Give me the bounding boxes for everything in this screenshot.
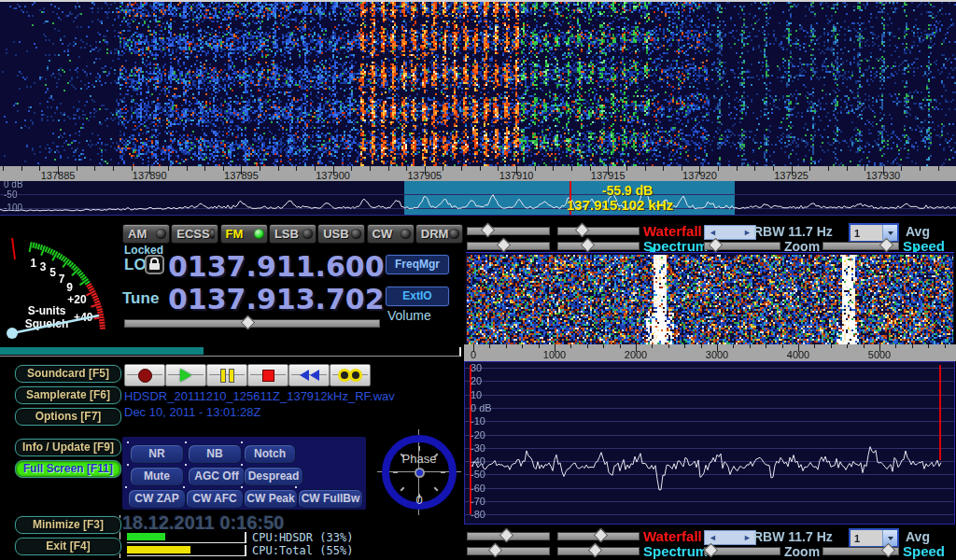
stop-icon (262, 370, 274, 382)
audio-db-label: -60 (471, 483, 485, 494)
left-button-info[interactable]: Info / Update [F9] (15, 439, 121, 456)
dsp-button-notch[interactable]: Notch (244, 444, 296, 464)
freqmgr-button[interactable]: FreqMgr (386, 255, 449, 274)
slider-thumb[interactable] (581, 238, 596, 253)
speed-slider[interactable] (822, 547, 899, 555)
left-button-options[interactable]: Options [F7] (15, 408, 121, 426)
rf-frequency-scale[interactable]: 1378851378901378951379001379051379101379… (0, 166, 956, 181)
left-button-soundcard[interactable]: Soundcard [F5] (15, 365, 121, 383)
rf-spectrum-display[interactable]: 0 dB -50 -100 -55.9 dB 137.915.102 kHz (0, 181, 956, 216)
stop-button[interactable] (247, 364, 288, 386)
dsp-button-cw-peak[interactable]: CW Peak (244, 489, 298, 509)
slider-thumb[interactable] (709, 238, 724, 253)
audio-waterfall-display[interactable] (467, 255, 953, 344)
arrow-left-icon[interactable]: ◄ (709, 534, 717, 542)
speed-slider[interactable] (822, 242, 899, 250)
dsp-button-despread[interactable]: Despread (244, 467, 303, 486)
zoom-slider[interactable] (704, 242, 780, 250)
spectrum-db-label: 0 dB (4, 181, 23, 189)
loop-button[interactable] (330, 364, 371, 386)
slider-thumb[interactable] (575, 223, 590, 238)
record-button[interactable] (124, 364, 165, 386)
brightness-slider[interactable] (467, 532, 550, 540)
contrast-slider[interactable] (557, 532, 640, 540)
spectrum-gain-slider[interactable] (467, 547, 550, 555)
extio-button[interactable]: ExtIO (386, 287, 449, 306)
scale-tick (351, 166, 352, 171)
mode-button-cw[interactable]: CW (367, 224, 415, 244)
phase-tick (418, 446, 420, 451)
frequency-tick-label: 137910 (499, 170, 534, 181)
mode-button-ecss[interactable]: ECSS (171, 224, 218, 244)
left-button-full[interactable]: Full Screen [F11] (15, 460, 121, 478)
scale-tick (587, 344, 588, 348)
mode-button-label: USB (323, 227, 348, 241)
left-button-exit[interactable]: Exit [F4] (15, 538, 121, 555)
slider-thumb[interactable] (588, 543, 603, 558)
lo-frequency-display[interactable]: 0137.911.600 (168, 250, 385, 283)
audio-spectrum-display[interactable]: 3020100 dB-10-20-30-40-50-60-70-80 (464, 361, 955, 525)
arrow-right-icon[interactable]: ► (743, 534, 752, 542)
scale-tick (506, 344, 507, 348)
audio-spectrum-trace (465, 362, 954, 524)
play-button[interactable] (165, 364, 206, 386)
mode-button-label: DRM (421, 227, 449, 241)
scale-tick (912, 344, 913, 348)
rewind-button[interactable] (288, 364, 330, 386)
pause-button[interactable] (206, 364, 247, 386)
waterfall-label: Waterfall (643, 223, 702, 239)
spectrum-range-slider[interactable] (557, 242, 640, 250)
audio-db-label: 20 (471, 375, 482, 386)
avg-dropdown[interactable]: 1 (849, 223, 899, 243)
spectrum-gain-slider[interactable] (467, 242, 550, 250)
waterfall-shift-control[interactable]: ◄► (704, 530, 756, 545)
cpu-total-bar-fill (127, 546, 190, 553)
spectrum-range-slider[interactable] (557, 547, 640, 555)
mode-button-am[interactable]: AM (122, 224, 170, 244)
dsp-button-cw-fullbw[interactable]: CW FullBw (298, 489, 363, 509)
slider-thumb[interactable] (594, 528, 609, 543)
tune-frequency-display[interactable]: 0137.913.702 (168, 283, 385, 315)
avg-dropdown[interactable]: 1 (849, 528, 899, 548)
left-button-minimize[interactable]: Minimize [F3] (15, 516, 121, 534)
slider-thumb[interactable] (497, 238, 512, 253)
mode-button-usb[interactable]: USB (317, 224, 365, 244)
slider-thumb[interactable] (481, 223, 496, 238)
slider-thumb[interactable] (488, 543, 503, 558)
volume-slider-thumb[interactable] (241, 315, 256, 330)
volume-label: Volume (387, 308, 431, 323)
dsp-button-cw-zap[interactable]: CW ZAP (128, 489, 186, 509)
mode-button-drm[interactable]: DRM (415, 224, 463, 244)
dsp-button-nb[interactable]: NB (188, 444, 242, 464)
dsp-button-cw-afc[interactable]: CW AFC (186, 489, 244, 509)
left-button-samplerate[interactable]: Samplerate [F6] (15, 386, 121, 404)
contrast-slider[interactable] (557, 227, 640, 235)
rf-waterfall-display[interactable] (0, 2, 956, 166)
brightness-slider[interactable] (467, 227, 550, 235)
mode-led-icon (302, 229, 313, 239)
mode-button-fm[interactable]: FM (220, 224, 268, 244)
zoom-slider[interactable] (704, 547, 780, 555)
playback-position-bar[interactable] (0, 347, 461, 357)
scale-tick (296, 166, 297, 171)
lock-icon[interactable] (145, 255, 164, 274)
arrow-right-icon[interactable]: ► (743, 229, 752, 237)
frequency-tick-label: 137905 (407, 170, 442, 181)
mode-button-label: CW (373, 227, 393, 241)
audio-db-label: 30 (471, 362, 482, 373)
s-meter-gauge[interactable] (2, 226, 116, 347)
scale-tick (21, 166, 22, 171)
dsp-button-agc-off[interactable]: AGC Off (188, 467, 246, 486)
mode-led-icon (351, 229, 361, 239)
audio-frequency-scale[interactable]: 010002000300040005000 (464, 344, 956, 361)
waterfall-shift-control[interactable]: ◄► (704, 225, 756, 240)
arrow-left-icon[interactable]: ◄ (709, 229, 717, 237)
mode-button-label: ECSS (176, 227, 209, 241)
dsp-button-mute[interactable]: Mute (130, 467, 184, 486)
zoom-label: Zoom (784, 544, 820, 559)
mode-button-lsb[interactable]: LSB (269, 224, 316, 244)
volume-slider[interactable] (124, 319, 380, 328)
slider-thumb[interactable] (499, 528, 514, 543)
dsp-button-nr[interactable]: NR (130, 444, 184, 464)
scale-tick (847, 166, 848, 171)
